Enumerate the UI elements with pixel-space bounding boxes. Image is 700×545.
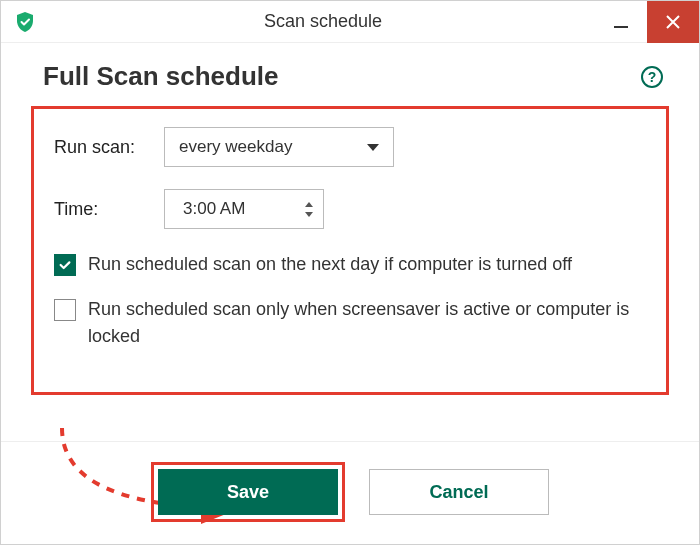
- run-scan-value: every weekday: [179, 137, 292, 157]
- checkbox-screensaver-label[interactable]: Run scheduled scan only when screensaver…: [88, 296, 646, 350]
- settings-panel: Run scan: every weekday Time: 3:00 AM: [31, 106, 669, 395]
- checkbox-next-day-label[interactable]: Run scheduled scan on the next day if co…: [88, 251, 572, 278]
- chevron-down-icon: [367, 144, 379, 151]
- run-scan-row: Run scan: every weekday: [54, 127, 646, 167]
- window-controls: [595, 1, 699, 43]
- run-scan-label: Run scan:: [54, 137, 164, 158]
- help-icon[interactable]: ?: [641, 66, 663, 88]
- time-spinner[interactable]: [305, 202, 313, 217]
- save-button[interactable]: Save: [158, 469, 338, 515]
- time-value: 3:00 AM: [183, 199, 245, 219]
- cancel-button[interactable]: Cancel: [369, 469, 549, 515]
- checkbox-next-day[interactable]: [54, 254, 76, 276]
- run-scan-dropdown[interactable]: every weekday: [164, 127, 394, 167]
- content-area: Full Scan schedule ? Run scan: every wee…: [1, 43, 699, 441]
- time-row: Time: 3:00 AM: [54, 189, 646, 229]
- page-title: Full Scan schedule: [43, 61, 279, 92]
- minimize-button[interactable]: [595, 1, 647, 43]
- footer: Save Cancel: [1, 441, 699, 544]
- time-label: Time:: [54, 199, 164, 220]
- header-row: Full Scan schedule ?: [25, 53, 675, 100]
- window-root: Scan schedule Full Scan schedule ? Run s…: [0, 0, 700, 545]
- checkbox-row-screensaver: Run scheduled scan only when screensaver…: [54, 296, 646, 350]
- checkbox-screensaver[interactable]: [54, 299, 76, 321]
- shield-icon: [13, 10, 37, 34]
- time-picker[interactable]: 3:00 AM: [164, 189, 324, 229]
- chevron-down-icon: [305, 212, 313, 217]
- titlebar: Scan schedule: [1, 1, 699, 43]
- checkbox-row-next-day: Run scheduled scan on the next day if co…: [54, 251, 646, 278]
- chevron-up-icon: [305, 202, 313, 207]
- close-button[interactable]: [647, 1, 699, 43]
- save-highlight: Save: [151, 462, 345, 522]
